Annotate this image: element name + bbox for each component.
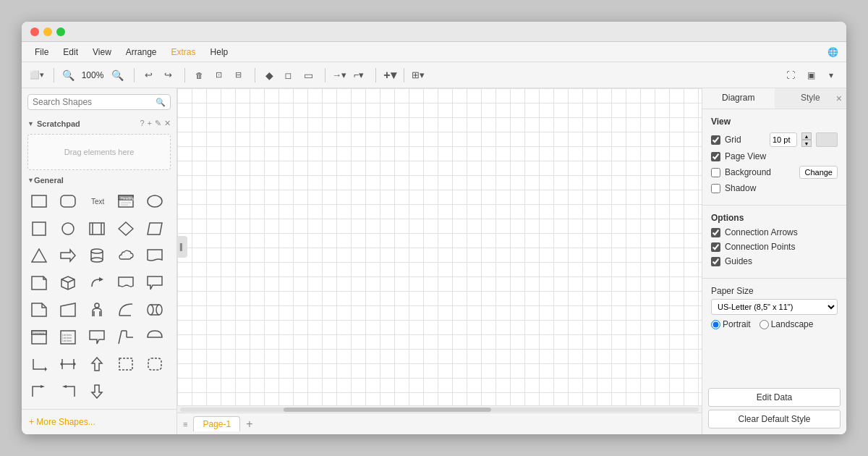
shape-curved-arrow[interactable] xyxy=(85,272,109,294)
shape-frame[interactable]: List item xyxy=(27,326,51,348)
zoom-in-btn[interactable]: 🔍 xyxy=(108,66,127,85)
maximize-traffic-light[interactable] xyxy=(56,28,65,36)
panel-close-btn[interactable]: × xyxy=(836,93,842,104)
menu-view[interactable]: View xyxy=(87,46,117,59)
landscape-option[interactable]: Landscape xyxy=(760,319,814,329)
insert-btn[interactable]: +▾ xyxy=(380,66,399,85)
shape-parallelogram[interactable] xyxy=(143,218,166,240)
grid-value-input[interactable] xyxy=(770,132,797,147)
shape-heading[interactable]: Heading xyxy=(114,190,137,212)
grid-stepper-up[interactable]: ▲ xyxy=(801,132,812,140)
portrait-option[interactable]: Portrait xyxy=(711,319,751,329)
shape-right-arrow[interactable] xyxy=(56,245,80,266)
shape-bidirectional-arrow[interactable] xyxy=(56,353,80,375)
shape-arc[interactable] xyxy=(114,299,137,321)
shape-process[interactable] xyxy=(85,218,109,240)
to-front-btn[interactable]: ⊡ xyxy=(209,66,228,85)
background-checkbox[interactable] xyxy=(711,168,720,177)
menu-arrange[interactable]: Arrange xyxy=(120,46,163,59)
tab-diagram[interactable]: Diagram xyxy=(702,88,775,109)
shape-diamond[interactable] xyxy=(114,218,137,240)
shape-arrow-corner[interactable] xyxy=(27,353,51,375)
shape-person[interactable] xyxy=(85,299,109,321)
shape-rounded-rect[interactable] xyxy=(56,190,80,212)
shape-step[interactable] xyxy=(114,326,137,348)
menu-edit[interactable]: Edit xyxy=(57,46,84,59)
zoom-out-btn[interactable]: 🔍 xyxy=(59,66,77,85)
shape-circle[interactable] xyxy=(56,218,80,240)
page-tab-menu-btn[interactable]: ≡ xyxy=(183,420,187,428)
shape-manual-input[interactable] xyxy=(56,299,80,321)
shape-callout[interactable] xyxy=(143,272,166,294)
portrait-radio[interactable] xyxy=(711,320,720,329)
grid-color-box[interactable] xyxy=(816,132,838,147)
arrow-btn[interactable]: →▾ xyxy=(330,66,349,85)
shape-document[interactable] xyxy=(143,245,166,266)
shape-text[interactable]: Text xyxy=(85,190,109,212)
shape-reverse-arrow[interactable] xyxy=(56,381,80,402)
rect-btn[interactable]: ▭ xyxy=(299,66,318,85)
paper-size-select[interactable]: US-Letter (8,5" x 11") A4 A3 Legal xyxy=(711,299,838,315)
redo-btn[interactable]: ↪ xyxy=(158,66,177,85)
waypoint-btn[interactable]: ⌐▾ xyxy=(349,66,368,85)
shape-page[interactable] xyxy=(27,299,51,321)
shape-cloud[interactable] xyxy=(114,245,137,266)
general-toggle[interactable]: ▼ xyxy=(27,177,34,184)
shape-square[interactable] xyxy=(27,218,51,240)
scratchpad-edit[interactable]: ✎ xyxy=(155,119,161,128)
shadow-checkbox[interactable] xyxy=(711,184,720,193)
grid-checkbox[interactable] xyxy=(711,135,720,145)
shape-horizontal-cylinder[interactable] xyxy=(143,299,166,321)
shape-wave[interactable] xyxy=(114,272,137,294)
shape-cube[interactable] xyxy=(56,272,80,294)
shape-down-arrow[interactable] xyxy=(85,381,109,402)
scratchpad-toggle[interactable]: ▼ xyxy=(27,120,34,127)
shape-l-arrow[interactable] xyxy=(27,381,51,402)
shape-up-arrow[interactable] xyxy=(85,353,109,375)
menu-file[interactable]: File xyxy=(29,46,54,59)
page-add-btn[interactable]: + xyxy=(246,418,252,430)
shape-half-circle[interactable] xyxy=(143,326,166,348)
fullscreen-btn[interactable]: ⛶ xyxy=(781,66,800,85)
shape-dashed-rect[interactable] xyxy=(114,353,137,375)
scratchpad-close[interactable]: ✕ xyxy=(164,119,171,128)
change-background-btn[interactable]: Change xyxy=(799,166,838,179)
shape-cylinder[interactable] xyxy=(85,245,109,266)
scratchpad-area[interactable]: Drag elements here xyxy=(27,134,171,170)
scratchpad-help[interactable]: ? xyxy=(140,119,144,128)
shape-triangle[interactable] xyxy=(27,245,51,266)
table-btn[interactable]: ⊞▾ xyxy=(409,66,427,85)
undo-btn[interactable]: ↩ xyxy=(139,66,158,85)
page-view-checkbox[interactable] xyxy=(711,152,720,161)
search-input[interactable] xyxy=(33,97,153,107)
menu-extras[interactable]: Extras xyxy=(166,46,202,59)
chevron-down-btn[interactable]: ▾ xyxy=(822,66,841,85)
connection-arrows-checkbox[interactable] xyxy=(711,228,720,237)
search-box[interactable]: 🔍 xyxy=(27,94,171,110)
delete-btn[interactable]: 🗑 xyxy=(190,66,208,85)
globe-icon[interactable]: 🌐 xyxy=(826,46,839,59)
menu-help[interactable]: Help xyxy=(205,46,234,59)
guides-checkbox[interactable] xyxy=(711,257,720,266)
shape-ellipse[interactable] xyxy=(143,190,166,212)
view-toggle-btn[interactable]: ⬜▾ xyxy=(27,66,46,85)
grid-stepper-down[interactable]: ▼ xyxy=(801,140,812,147)
panel-toggle-btn[interactable]: ▣ xyxy=(801,66,820,85)
to-back-btn[interactable]: ⊟ xyxy=(229,66,247,85)
shape-list[interactable]: List item List item List item xyxy=(56,326,80,348)
canvas-grid[interactable]: ▌ xyxy=(177,88,702,405)
shape-callout-bubble[interactable] xyxy=(85,326,109,348)
shape-rect[interactable] xyxy=(27,190,51,212)
minimize-traffic-light[interactable] xyxy=(43,28,52,36)
shape-dashed-rounded[interactable] xyxy=(143,353,166,375)
horizontal-scrollbar[interactable] xyxy=(177,405,702,413)
more-shapes-btn[interactable]: + More Shapes... xyxy=(22,409,176,434)
scrollbar-thumb[interactable] xyxy=(284,408,491,412)
connection-points-checkbox[interactable] xyxy=(711,242,720,252)
line-btn[interactable]: ◇ xyxy=(276,62,302,88)
shape-note[interactable] xyxy=(27,272,51,294)
edit-data-btn[interactable]: Edit Data xyxy=(708,388,841,407)
landscape-radio[interactable] xyxy=(760,320,769,329)
scratchpad-add[interactable]: + xyxy=(148,119,152,128)
clear-default-style-btn[interactable]: Clear Default Style xyxy=(708,410,841,428)
